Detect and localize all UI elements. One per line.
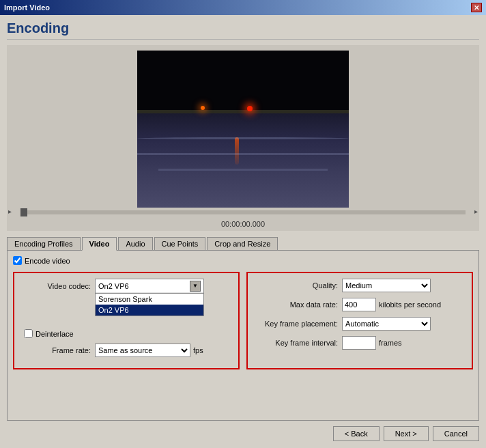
seek-handle[interactable]	[20, 208, 27, 216]
key-frame-placement-label: Key frame placement:	[253, 320, 342, 328]
video-frame	[137, 51, 349, 208]
codec-selected-value: On2 VP6	[98, 282, 129, 290]
max-data-rate-row: Max data rate: 400 kilobits per second	[253, 298, 466, 311]
cancel-button[interactable]: Cancel	[433, 426, 479, 441]
tab-video[interactable]: Video	[82, 237, 117, 251]
frame-rate-label: Frame rate:	[20, 346, 95, 354]
codec-dropdown-container: On2 VP6 ▼ Sorenson Spark On2 VP6	[95, 279, 204, 294]
next-button[interactable]: Next >	[384, 426, 429, 441]
dialog-body: Encoding ▸ ▸ 00:00:00.000 Encoding Profi…	[0, 15, 486, 448]
quality-label: Quality:	[253, 281, 342, 290]
encode-video-label: Encode video	[25, 257, 70, 265]
back-button[interactable]: < Back	[333, 426, 380, 441]
video-reflection	[235, 137, 239, 165]
seek-bar-row: ▸ ▸	[7, 208, 479, 217]
tab-panel-video: Encode video Video codec: On2 VP6 ▼	[7, 250, 479, 421]
page-title: Encoding	[7, 20, 479, 40]
video-light-right	[247, 106, 253, 111]
bottom-buttons: < Back Next > Cancel	[7, 426, 479, 441]
video-wave3	[158, 169, 328, 171]
codec-dropdown-arrow-icon[interactable]: ▼	[190, 281, 201, 292]
tab-crop-resize[interactable]: Crop and Resize	[207, 237, 278, 251]
codec-option-on2vp6[interactable]: On2 VP6	[96, 305, 203, 316]
deinterlace-row: Deinterlace	[24, 329, 233, 338]
video-wave2	[137, 153, 349, 155]
close-button[interactable]: ✕	[471, 3, 482, 12]
deinterlace-checkbox[interactable]	[24, 329, 33, 338]
encode-video-row: Encode video	[13, 256, 473, 265]
video-water	[137, 113, 349, 208]
max-data-rate-label: Max data rate:	[253, 300, 342, 309]
title-bar: Import Video ✕	[0, 0, 486, 15]
deinterlace-label: Deinterlace	[35, 330, 74, 338]
frames-unit-label: frames	[379, 339, 402, 347]
seek-end-icon: ▸	[474, 208, 478, 215]
encode-video-checkbox[interactable]	[13, 256, 22, 265]
right-column: Quality: Low Medium High Max data rate: …	[246, 272, 473, 369]
codec-select-box: On2 VP6 ▼ Sorenson Spark On2 VP6	[95, 279, 204, 294]
max-data-rate-input[interactable]: 400	[342, 298, 376, 311]
seek-start-icon: ▸	[8, 208, 12, 215]
tab-cue-points[interactable]: Cue Points	[154, 237, 206, 251]
key-frame-placement-select[interactable]: Automatic Every X frames	[342, 317, 431, 331]
seek-bar[interactable]	[20, 210, 466, 214]
codec-option-sorenson[interactable]: Sorenson Spark	[96, 294, 203, 305]
left-column: Video codec: On2 VP6 ▼ Sorenson Spark	[13, 272, 240, 369]
video-light-left	[201, 106, 205, 110]
tab-encoding-profiles[interactable]: Encoding Profiles	[7, 237, 81, 251]
frame-rate-select[interactable]: Same as source 15 24 25 29.97 30	[95, 344, 190, 357]
quality-select[interactable]: Low Medium High	[342, 279, 431, 292]
timecode-display: 00:00:00.000	[221, 220, 265, 228]
codec-select-top[interactable]: On2 VP6 ▼	[96, 279, 203, 293]
frame-rate-row: Frame rate: Same as source 15 24 25 29.9…	[20, 344, 233, 357]
key-frame-interval-input[interactable]	[342, 336, 376, 350]
codec-list: Sorenson Spark On2 VP6	[95, 293, 204, 316]
key-frame-interval-label: Key frame interval:	[253, 339, 342, 347]
key-frame-interval-row: Key frame interval: frames	[253, 336, 466, 350]
codec-label: Video codec:	[20, 282, 95, 290]
tab-audio[interactable]: Audio	[118, 237, 152, 251]
kbps-label: kilobits per second	[379, 300, 441, 309]
tab-columns: Video codec: On2 VP6 ▼ Sorenson Spark	[13, 272, 473, 369]
fps-unit-label: fps	[193, 346, 203, 354]
video-sky	[137, 51, 349, 113]
codec-row: Video codec: On2 VP6 ▼ Sorenson Spark	[20, 279, 233, 294]
tabs-row: Encoding Profiles Video Audio Cue Points…	[7, 236, 479, 250]
window-title: Import Video	[4, 3, 50, 12]
video-wave1	[137, 137, 349, 139]
quality-row: Quality: Low Medium High	[253, 279, 466, 292]
key-frame-placement-row: Key frame placement: Automatic Every X f…	[253, 317, 466, 331]
video-preview-area: ▸ ▸ 00:00:00.000	[7, 45, 479, 231]
